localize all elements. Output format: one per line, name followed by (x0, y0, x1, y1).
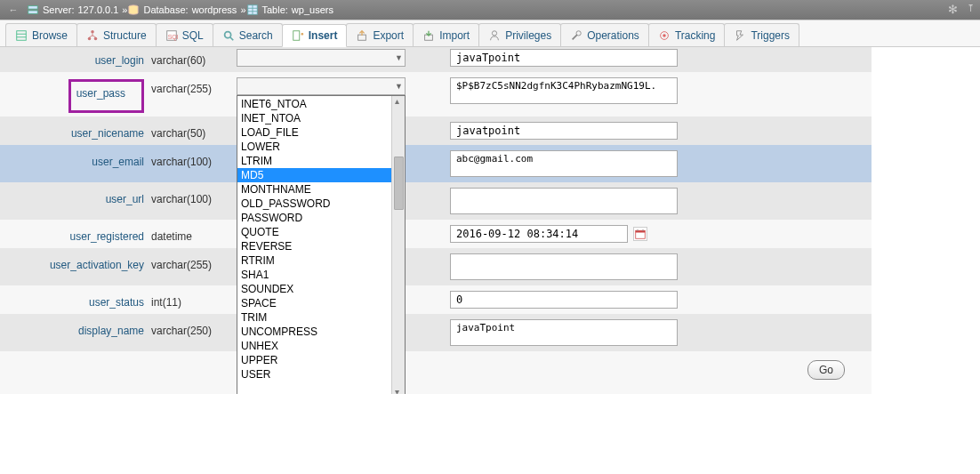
value-textarea-display-name[interactable] (450, 319, 678, 346)
svg-rect-0 (28, 6, 38, 10)
field-name-user-registered: user_registered (0, 223, 151, 243)
tracking-icon (658, 29, 671, 42)
table-icon (246, 4, 259, 16)
tab-insert-label: Insert (309, 29, 338, 42)
gear-icon[interactable]: ✻ (948, 3, 958, 16)
breadcrumb-table[interactable]: Table: wp_users (246, 4, 333, 16)
dropdown-option[interactable]: LOWER (237, 140, 391, 154)
dropdown-option[interactable]: PASSWORD (237, 211, 391, 225)
tab-import-label: Import (439, 29, 470, 42)
tab-export[interactable]: Export (346, 23, 414, 46)
breadcrumb-database-value: wordpress (192, 4, 237, 15)
go-button[interactable]: Go (807, 360, 845, 380)
value-input-user-status[interactable] (450, 291, 678, 309)
insert-form: user_login varchar(60) user_pass varchar… (0, 47, 872, 394)
svg-line-16 (229, 36, 233, 40)
dropdown-option[interactable]: SOUNDEX (237, 282, 391, 296)
tab-tracking[interactable]: Tracking (648, 23, 726, 46)
dropdown-option[interactable]: MONTHNAME (237, 182, 391, 197)
breadcrumb-server[interactable]: Server: 127.0.0.1 (27, 4, 118, 16)
dropdown-option[interactable]: LOAD_FILE (237, 125, 391, 140)
export-icon (356, 29, 368, 42)
insert-icon (292, 29, 304, 42)
tabs-bar: Browse Structure SQL SQL Search Insert E… (0, 20, 980, 47)
tab-insert[interactable]: Insert (282, 24, 348, 47)
tab-privileges[interactable]: Privileges (478, 23, 561, 46)
dropdown-option[interactable]: SPACE (237, 296, 391, 310)
function-dropdown[interactable]: INET6_NTOAINET_NTOALOAD_FILELOWERLTRIMMD… (237, 95, 406, 394)
tab-search-label: Search (239, 29, 273, 42)
dropdown-option[interactable]: OLD_PASSWORD (237, 197, 391, 211)
collapse-icon[interactable]: ⤒ (967, 3, 975, 16)
row-user-email: user_email varchar(100) (0, 145, 872, 182)
tab-tracking-label: Tracking (675, 29, 716, 42)
privileges-icon (488, 29, 501, 42)
field-name-user-activation-key: user_activation_key (0, 252, 151, 271)
breadcrumb-bar: ← Server: 127.0.0.1 » Database: wordpres… (0, 0, 980, 20)
tab-export-label: Export (373, 29, 404, 42)
dropdown-option[interactable]: MD5 (237, 168, 391, 182)
field-name-user-url: user_url (0, 186, 151, 205)
tab-structure[interactable]: Structure (76, 23, 157, 46)
field-type-display-name: varchar(250) (151, 317, 231, 337)
value-textarea-user-pass[interactable] (450, 77, 678, 104)
dropdown-option[interactable]: USER (237, 367, 391, 382)
value-textarea-user-activation-key[interactable] (450, 253, 678, 280)
tab-operations[interactable]: Operations (560, 23, 649, 46)
dropdown-option[interactable]: UNCOMPRESS (237, 325, 391, 339)
scrollbar-thumb[interactable] (394, 157, 404, 210)
dropdown-option[interactable]: TRIM (237, 310, 391, 325)
value-input-user-login[interactable] (450, 49, 678, 67)
dropdown-option[interactable]: QUOTE (237, 225, 391, 239)
breadcrumb-server-value: 127.0.0.1 (77, 4, 118, 15)
value-input-user-nicename[interactable] (450, 122, 678, 140)
svg-rect-1 (28, 11, 38, 14)
tab-sql[interactable]: SQL SQL (156, 23, 213, 46)
dropdown-option[interactable]: INET_NTOA (237, 111, 391, 125)
tab-search[interactable]: Search (213, 23, 283, 46)
calendar-icon[interactable] (633, 227, 647, 241)
tab-browse-label: Browse (32, 29, 68, 42)
field-type-user-activation-key: varchar(255) (151, 252, 231, 271)
svg-point-15 (224, 31, 230, 37)
tab-operations-label: Operations (587, 29, 639, 42)
value-textarea-user-email[interactable] (450, 150, 678, 177)
breadcrumb-table-value: wp_users (292, 4, 333, 15)
tab-triggers[interactable]: Triggers (724, 23, 799, 46)
dropdown-option[interactable]: RTRIM (237, 253, 391, 268)
function-select-user-login[interactable] (237, 49, 406, 67)
svg-point-23 (663, 34, 666, 37)
row-user-activation-key: user_activation_key varchar(255) (0, 248, 872, 285)
dropdown-option[interactable]: LTRIM (237, 154, 391, 168)
tab-browse[interactable]: Browse (5, 23, 77, 46)
database-icon (127, 4, 140, 16)
field-type-user-url: varchar(100) (151, 186, 231, 205)
field-name-user-login: user_login (0, 47, 151, 67)
sql-icon: SQL (165, 29, 178, 42)
search-icon (222, 29, 235, 42)
back-arrow-icon[interactable]: ← (5, 4, 21, 16)
dropdown-scrollbar[interactable] (391, 96, 405, 394)
svg-rect-18 (358, 35, 366, 40)
dropdown-option[interactable]: UNHEX (237, 339, 391, 353)
row-user-url: user_url varchar(100) (0, 182, 872, 220)
dropdown-option[interactable]: SHA1 (237, 268, 391, 282)
svg-point-11 (88, 36, 92, 40)
dropdown-option[interactable]: UPPER (237, 353, 391, 367)
breadcrumb-database[interactable]: Database: wordpress (127, 4, 237, 16)
svg-text:SQL: SQL (167, 33, 177, 40)
structure-icon (86, 29, 99, 42)
tab-triggers-label: Triggers (751, 29, 790, 42)
tab-import[interactable]: Import (413, 23, 479, 46)
function-select-user-pass[interactable] (237, 77, 406, 95)
value-input-user-registered[interactable] (450, 225, 628, 243)
field-type-user-login: varchar(60) (151, 47, 231, 67)
dropdown-option[interactable]: REVERSE (237, 239, 391, 253)
value-textarea-user-url[interactable] (450, 188, 678, 214)
field-type-user-registered: datetime (151, 223, 231, 243)
svg-point-20 (493, 30, 497, 35)
go-button-row: Go (0, 351, 872, 394)
dropdown-option[interactable]: INET6_NTOA (237, 97, 391, 111)
field-name-user-nicename: user_nicename (0, 120, 151, 140)
row-display-name: display_name varchar(250) (0, 314, 872, 351)
